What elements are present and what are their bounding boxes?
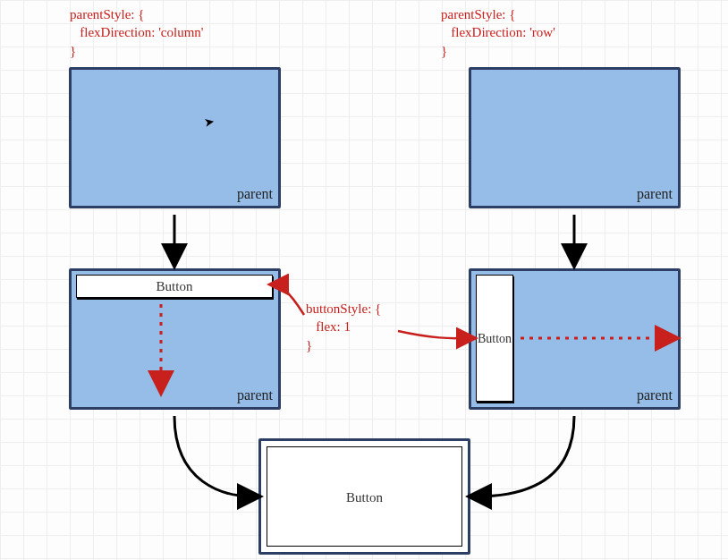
parent-label: parent xyxy=(637,186,673,202)
parent-label: parent xyxy=(237,186,273,202)
code-parent-row: parentStyle: { flexDirection: 'row' } xyxy=(441,5,555,60)
button-vertical[interactable]: Button xyxy=(476,275,513,402)
parent-box-top-right: parent xyxy=(469,67,681,208)
parent-box-top-left: parent xyxy=(69,67,281,208)
code-parent-column: parentStyle: { flexDirection: 'column' } xyxy=(70,5,204,60)
parent-label: parent xyxy=(637,387,673,403)
button-horizontal[interactable]: Button xyxy=(76,275,273,298)
parent-label: parent xyxy=(237,387,273,403)
code-button-flex: buttonStyle: { flex: 1 } xyxy=(306,300,381,354)
button-full[interactable]: Button xyxy=(267,446,462,547)
